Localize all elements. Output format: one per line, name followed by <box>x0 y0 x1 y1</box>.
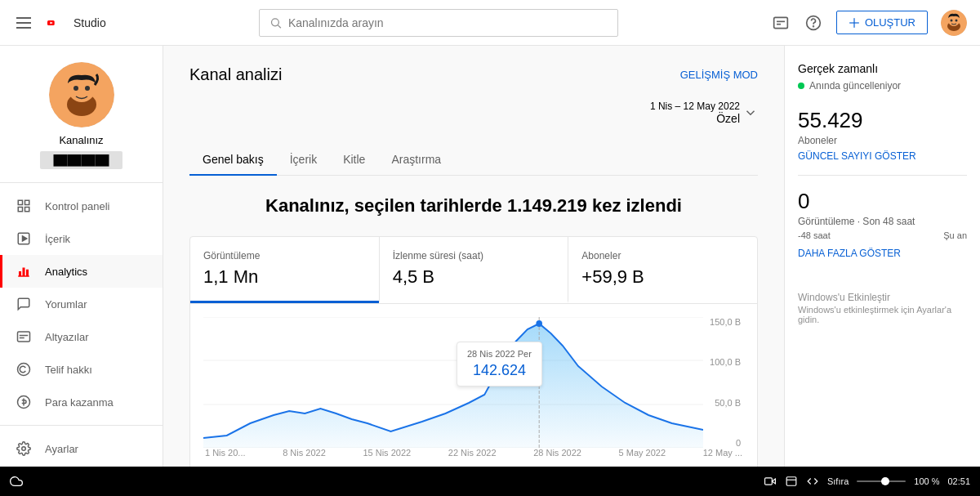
content-area: Kanal analizi GELİŞMİŞ MOD 1 Nis – 12 Ma… <box>163 46 784 467</box>
metric-value: 4,5 B <box>393 266 555 288</box>
update-link[interactable]: GÜNCEL SAYIYI GÖSTER <box>798 150 916 162</box>
metric-value: +59,9 B <box>581 266 744 288</box>
metric-tab-subscribers[interactable]: Aboneler +59,9 B <box>568 237 757 303</box>
topbar: Studio OLUŞTUR <box>0 0 980 46</box>
logo: Studio <box>47 15 106 31</box>
date-type: Özel <box>650 112 740 125</box>
x-label: 5 May 2022 <box>619 448 666 458</box>
sidebar-item-label: Altyazılar <box>45 331 88 343</box>
page-title: Kanal analizi <box>189 65 282 84</box>
sidebar-item-yorumlar[interactable]: Yorumlar <box>0 288 163 320</box>
topbar-right: OLUŞTUR <box>771 10 967 36</box>
sidebar-item-ayarlar[interactable]: Ayarlar <box>0 432 163 465</box>
sidebar-item-label: Yorumlar <box>45 298 87 311</box>
svg-point-19 <box>74 86 78 91</box>
date-picker[interactable]: 1 Nis – 12 May 2022 Özel <box>650 101 758 125</box>
taskbar-code-icon[interactable] <box>806 475 819 488</box>
chart-svg <box>203 317 703 448</box>
tab-genel[interactable]: Genel bakış <box>189 145 277 176</box>
svg-line-3 <box>278 25 280 27</box>
realtime-badge: Anında güncelleniyor <box>798 80 967 92</box>
slider-thumb <box>881 477 889 485</box>
x-label: 1 Nis 20... <box>205 448 246 458</box>
svg-point-20 <box>85 86 90 91</box>
youtube-icon <box>47 15 70 31</box>
y-label-1: 150,0 B <box>706 317 741 327</box>
search-input[interactable] <box>288 16 608 29</box>
metrics-tabs: Görüntüleme 1,1 Mn İzlenme süresi (saat)… <box>190 237 757 304</box>
help-icon[interactable] <box>804 13 823 33</box>
sidebar-item-kontrol-paneli[interactable]: Kontrol paneli <box>0 190 163 222</box>
svg-rect-24 <box>25 208 29 212</box>
svg-marker-26 <box>23 236 27 241</box>
stat-divider <box>798 175 967 176</box>
avatar[interactable] <box>941 10 967 36</box>
svg-rect-30 <box>26 270 29 276</box>
sidebar-item-label: Kontrol paneli <box>45 200 110 212</box>
green-dot-icon <box>798 83 804 89</box>
dollar-icon <box>16 394 32 410</box>
taskbar-window-icon[interactable] <box>785 475 798 488</box>
comment-icon <box>16 296 32 312</box>
hamburger-menu[interactable] <box>13 14 34 32</box>
x-label: 15 Nis 2022 <box>363 448 411 458</box>
search-wrapper[interactable] <box>259 9 618 37</box>
x-label: 12 May ... <box>703 448 742 458</box>
zoom-slider[interactable] <box>857 480 906 482</box>
y-label-3: 50,0 B <box>706 398 741 408</box>
taskbar-zoom-label: 100 % <box>914 476 939 486</box>
realtime-badge-text: Anında güncelleniyor <box>809 80 901 92</box>
metric-label: Aboneler <box>581 250 744 261</box>
play-icon <box>16 230 32 247</box>
range-start: -48 saat <box>798 230 831 240</box>
subscribers-count: 55.429 <box>798 108 967 133</box>
taskbar: Sıfıra 100 % 02:51 <box>0 467 980 496</box>
windows-activate-title: Windows'u Etkinleştir <box>798 292 967 303</box>
x-label: 22 Nis 2022 <box>448 448 497 458</box>
advanced-mode-button[interactable]: GELİŞMİŞ MOD <box>680 69 758 81</box>
svg-rect-31 <box>18 332 30 342</box>
tab-kitle[interactable]: Kitle <box>330 145 378 176</box>
x-label: 28 Nis 2022 <box>533 448 581 458</box>
channel-name: Kanalınız <box>59 134 103 146</box>
realtime-title: Gerçek zamanlı <box>798 62 967 75</box>
channel-button[interactable]: ████████ <box>40 151 122 169</box>
metric-tab-duration[interactable]: İzlenme süresi (saat) 4,5 B <box>379 237 568 303</box>
svg-rect-10 <box>849 22 859 23</box>
date-range: 1 Nis – 12 May 2022 <box>650 101 740 112</box>
y-label-4: 0 <box>706 438 741 448</box>
search-icon <box>270 16 282 29</box>
sidebar-item-para[interactable]: Para kazanma <box>0 386 163 418</box>
chart-area: 28 Nis 2022 Per 142.624 <box>190 304 757 467</box>
svg-point-8 <box>813 25 813 26</box>
tab-icerik[interactable]: İçerik <box>277 145 330 176</box>
taskbar-right: Sıfıra 100 % 02:51 <box>764 475 970 488</box>
svg-rect-28 <box>19 271 21 276</box>
sidebar-item-analytics[interactable]: Analytics <box>0 255 163 288</box>
gear-icon <box>16 440 32 457</box>
realtime-more-link[interactable]: DAHA FAZLA GÖSTER <box>798 248 901 259</box>
metric-value: 1,1 Mn <box>203 266 366 288</box>
metric-tab-views[interactable]: Görüntüleme 1,1 Mn <box>190 237 379 303</box>
tooltip-value: 142.624 <box>467 362 532 379</box>
channel-info: Kanalınız ████████ <box>0 46 163 183</box>
taskbar-zero-label: Sıfıra <box>827 476 849 486</box>
tab-arastirma[interactable]: Araştırma <box>378 145 454 176</box>
subtitle-icon <box>16 328 32 345</box>
nav-items: Kontrol paneli İçerik <box>0 183 163 467</box>
subtitles-icon[interactable] <box>771 13 791 33</box>
cloud-icon <box>10 475 23 488</box>
sidebar-item-altyazilar[interactable]: Altyazılar <box>0 320 163 353</box>
subscribers-label: Aboneler <box>798 135 967 146</box>
slider-track <box>857 480 906 482</box>
taskbar-camera-icon[interactable] <box>764 475 777 488</box>
svg-rect-21 <box>18 200 22 204</box>
right-panel: Gerçek zamanlı Anında güncelleniyor 55.4… <box>784 46 980 467</box>
channel-avatar[interactable] <box>49 62 114 127</box>
sidebar-item-icerik[interactable]: İçerik <box>0 222 163 255</box>
create-button[interactable]: OLUŞTUR <box>836 11 928 34</box>
sidebar: Kanalınız ████████ Kontrol paneli <box>0 46 163 467</box>
sidebar-item-telif[interactable]: Telif hakkı <box>0 353 163 386</box>
metrics-card: Görüntüleme 1,1 Mn İzlenme süresi (saat)… <box>189 236 758 467</box>
metric-label: Görüntüleme <box>203 250 366 261</box>
